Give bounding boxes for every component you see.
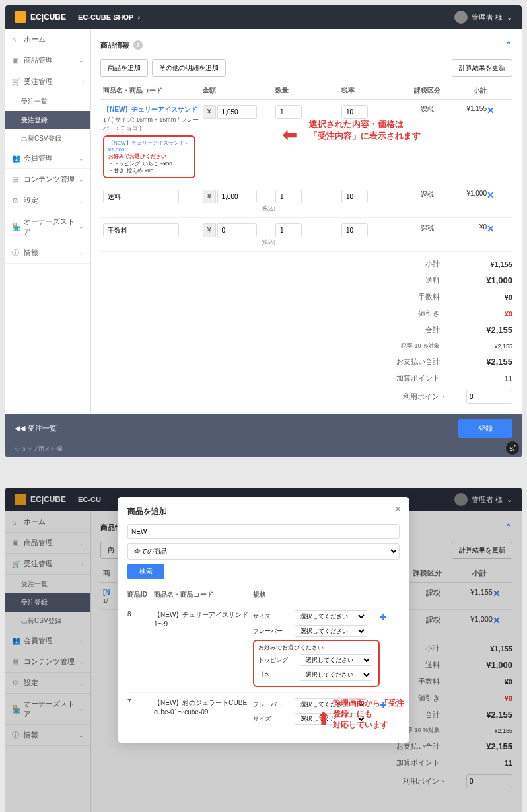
amount-input[interactable]: [217, 223, 257, 237]
search-input[interactable]: [127, 524, 400, 539]
col-taxcat: 課税区分: [407, 86, 447, 95]
delete-icon[interactable]: ✕: [487, 105, 495, 116]
modal-title: 商品を追加: [127, 506, 400, 517]
delete-icon[interactable]: ✕: [487, 223, 495, 234]
nav-ship-csv[interactable]: 出荷CSV登録: [5, 129, 90, 148]
chevron-icon: ⌄: [79, 250, 84, 256]
top-header: EC|CUBE EC-CUBE SHOP › 管理者 様 ⌄: [5, 5, 522, 29]
chevron-icon: ⌄: [79, 155, 84, 162]
brand-text: EC|CUBE: [30, 13, 66, 22]
add-product-button[interactable]: 商品を追加: [100, 59, 148, 77]
nav-settings[interactable]: ⚙設定⌄: [5, 190, 90, 211]
total-value: ¥2,155: [460, 357, 512, 367]
col-subtotal: 小計: [447, 86, 487, 95]
tax-category: 課税: [407, 223, 447, 233]
rewind-icon: ◀◀: [15, 424, 25, 433]
user-name: 管理者 様: [472, 13, 503, 22]
add-other-button[interactable]: その他の明細を追加: [152, 59, 226, 77]
logo-icon: [15, 11, 26, 23]
line-subtotal: ¥1,155: [447, 105, 487, 112]
use-points-input[interactable]: [466, 390, 512, 404]
user-menu[interactable]: 管理者 様 ⌄: [454, 11, 512, 24]
total-value: ¥1,155: [460, 260, 512, 268]
nav-order-list[interactable]: 受注一覧: [5, 92, 90, 111]
register-button[interactable]: 登録: [458, 419, 512, 438]
option-box: お好みでお選びください トッピング選択してください 甘さ選択してください: [253, 640, 380, 687]
info-icon: ⓘ: [12, 248, 20, 258]
size-select[interactable]: 選択してください: [295, 610, 367, 622]
total-value: ¥1,000: [460, 276, 512, 285]
total-label: 値引き: [418, 309, 440, 318]
flavor-select[interactable]: 選択してください: [295, 625, 367, 637]
search-button[interactable]: 検索: [127, 564, 164, 579]
tax-input[interactable]: [341, 105, 368, 119]
col-tax: 税率: [341, 86, 407, 95]
col-spec: 規格: [253, 590, 380, 599]
tax-input[interactable]: [341, 223, 368, 237]
add-product-modal: 商品を追加 × 全ての商品 検索 商品ID 商品名・商品コード 規格 8 【NE…: [118, 497, 409, 743]
total-label: お支払い合計: [396, 357, 440, 367]
product-id: 7: [127, 698, 154, 706]
col-id: 商品ID: [127, 590, 154, 599]
total-value: ¥2,155: [460, 325, 512, 335]
layers-icon: ▤: [12, 175, 20, 184]
chevron-down-icon: ⌄: [507, 13, 512, 22]
nav-order[interactable]: 🛒受注管理⌃: [5, 71, 90, 92]
product-desc: 1 / ( サイズ: 16mm × 16mm / フレーバー : チョコ ): [103, 116, 203, 133]
yen-icon: ¥: [203, 223, 216, 237]
sidebar: ⌂ホーム ▣商品管理⌄ 🛒受注管理⌃ 受注一覧 受注登録 出荷CSV登録 👥会員…: [5, 29, 91, 414]
product-id: 8: [127, 610, 154, 618]
product-title[interactable]: 【NEW】チェリーアイスサンド: [103, 105, 203, 114]
recalc-button[interactable]: 計算結果を更新: [452, 59, 512, 77]
option-callout: 【NEW】チェリーアイスサンド - ¥1,000 お好みでお選びください ・トッ…: [103, 135, 195, 178]
total-label: 加算ポイント: [396, 373, 440, 383]
tax-category: 課税: [407, 190, 447, 199]
callout-head: お好みでお選びください: [108, 153, 190, 160]
product-code: cube-01〜cube-09: [154, 708, 253, 717]
product-code: 1〜9: [154, 620, 253, 629]
delete-icon[interactable]: ✕: [487, 190, 495, 200]
symfony-badge-icon: sf: [506, 441, 519, 455]
nav-info[interactable]: ⓘ情報⌄: [5, 242, 90, 264]
back-link[interactable]: ◀◀受注一覧: [15, 424, 57, 433]
tax-input[interactable]: [341, 190, 368, 203]
help-icon[interactable]: ?: [133, 40, 143, 50]
line-item-row: ¥(税込) 課税 ¥0 ✕: [100, 218, 512, 252]
yen-icon: ¥: [203, 190, 216, 203]
close-icon[interactable]: ×: [395, 503, 401, 515]
yen-icon: ¥: [203, 105, 216, 119]
box-icon: ▣: [12, 56, 20, 65]
amount-input[interactable]: [217, 105, 257, 119]
col-amount: 金額: [203, 86, 275, 95]
qty-input[interactable]: [275, 223, 302, 237]
nav-member[interactable]: 👥会員管理⌄: [5, 148, 90, 169]
gear-icon: ⚙: [12, 196, 20, 205]
sweet-select[interactable]: 選択してください: [300, 669, 372, 681]
nav-product[interactable]: ▣商品管理⌄: [5, 50, 90, 71]
collapse-toggle[interactable]: ⌃: [505, 40, 512, 50]
qty-input[interactable]: [275, 190, 302, 203]
name-input[interactable]: [103, 190, 179, 203]
nav-home[interactable]: ⌂ホーム: [5, 29, 90, 50]
chevron-right-icon: ›: [137, 13, 140, 21]
amount-input[interactable]: [217, 190, 257, 203]
chevron-icon: ⌄: [79, 57, 84, 64]
footer-bar: ◀◀受注一覧 登録: [5, 414, 522, 443]
add-icon[interactable]: +: [380, 610, 387, 624]
qty-input[interactable]: [275, 105, 302, 119]
name-input[interactable]: [103, 223, 179, 237]
brand-logo: EC|CUBE: [15, 11, 66, 23]
chevron-icon: ⌄: [79, 223, 84, 230]
category-select[interactable]: 全ての商品: [127, 543, 400, 560]
nav-contents[interactable]: ▤コンテンツ管理⌄: [5, 169, 90, 190]
shop-name[interactable]: EC-CUBE SHOP: [78, 13, 133, 21]
topping-select[interactable]: 選択してください: [300, 654, 372, 666]
total-value: ¥0: [460, 293, 512, 301]
callout-link: 【NEW】チェリーアイスサンド - ¥1,000: [108, 139, 190, 153]
nav-owners[interactable]: 🏪オーナーズストア⌄: [5, 211, 90, 242]
product-name: 【NEW】彩のジェラートCUBE: [154, 698, 253, 708]
callout-line-1: ・トッピング: いちご +¥50: [108, 160, 190, 167]
users-icon: 👥: [12, 154, 20, 163]
nav-order-reg[interactable]: 受注登録: [5, 111, 90, 129]
memo-label: ショップ用メモ欄: [5, 443, 522, 457]
